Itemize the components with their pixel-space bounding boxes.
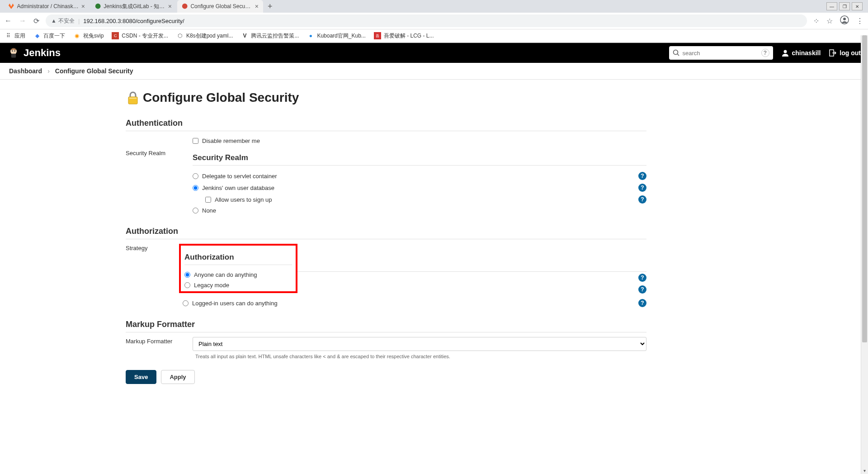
apply-button[interactable]: Apply xyxy=(161,370,194,384)
menu-icon[interactable]: ⋮ xyxy=(856,17,863,25)
svg-rect-13 xyxy=(129,98,137,99)
v-letter-icon: V xyxy=(241,32,248,39)
bookmark-item[interactable]: ◉祝兔svip xyxy=(73,32,104,40)
csdn-icon: C xyxy=(112,32,119,39)
allow-signup-checkbox[interactable] xyxy=(205,197,211,203)
scrollbar-thumb[interactable] xyxy=(862,35,867,342)
highlighted-authorization-box: Authorization Anyone can do anything Leg… xyxy=(179,244,297,293)
bookmark-item[interactable]: CCSDN - 专业开发... xyxy=(112,32,168,40)
svg-point-8 xyxy=(673,50,678,55)
authorization-section-title: Authorization xyxy=(126,227,646,239)
vertical-scrollbar[interactable]: ▴ ▾ xyxy=(861,35,868,393)
disable-remember-checkbox[interactable] xyxy=(193,138,198,144)
legacy-radio[interactable] xyxy=(184,282,190,288)
apps-button[interactable]: ⠿应用 xyxy=(5,32,25,40)
lock-icon xyxy=(126,90,140,105)
browser-tab-2[interactable]: Jenkins集成GitLab - 知乎 - osc × xyxy=(90,0,176,13)
zhihu-favicon-icon xyxy=(95,3,101,10)
jenkins-favicon-icon xyxy=(182,3,188,10)
svg-point-7 xyxy=(14,50,15,52)
markup-help-text: Treats all input as plain text. HTML uns… xyxy=(193,354,646,359)
bookmark-item[interactable]: ⬡K8s创建pod yaml... xyxy=(176,32,233,40)
bookmark-item[interactable]: ◆百度一下 xyxy=(33,32,65,40)
none-radio[interactable] xyxy=(193,208,198,213)
window-minimize-icon[interactable]: — xyxy=(826,2,837,10)
help-icon[interactable]: ? xyxy=(638,195,646,204)
address-bar[interactable]: ▲ 不安全 | 192.168.200.3:8080/configureSecu… xyxy=(46,14,807,27)
window-maximize-icon[interactable]: ❐ xyxy=(839,2,850,10)
legacy-label: Legacy mode xyxy=(194,282,229,289)
svg-point-6 xyxy=(12,50,13,52)
translate-icon[interactable]: ⁘ xyxy=(813,17,819,25)
tab-close-icon[interactable]: × xyxy=(81,3,85,10)
page-title: Configure Global Security xyxy=(126,90,646,105)
allow-signup-label: Allow users to sign up xyxy=(215,196,272,203)
jenkins-mascot-icon xyxy=(7,47,20,59)
user-menu[interactable]: chinaskill xyxy=(781,49,821,57)
breadcrumb-current[interactable]: Configure Global Security xyxy=(55,67,133,75)
jenkins-logo[interactable]: Jenkins xyxy=(7,47,61,59)
search-icon xyxy=(673,49,680,57)
reload-icon[interactable]: ⟳ xyxy=(33,17,39,25)
tab-title: Jenkins集成GitLab - 知乎 - osc xyxy=(104,3,165,10)
loggedin-radio[interactable] xyxy=(183,300,189,306)
svg-line-9 xyxy=(677,54,679,56)
search-box[interactable]: ? xyxy=(669,46,773,60)
help-icon[interactable]: ? xyxy=(638,285,646,294)
loggedin-label: Logged-in users can do anything xyxy=(192,300,278,307)
own-db-label: Jenkins' own user database xyxy=(202,185,274,191)
search-help-icon[interactable]: ? xyxy=(761,49,769,57)
pojie-icon: 吾 xyxy=(374,32,381,39)
help-icon[interactable]: ? xyxy=(638,299,646,307)
user-icon xyxy=(781,49,789,57)
help-icon[interactable]: ? xyxy=(638,274,646,282)
brand-text: Jenkins xyxy=(24,47,61,59)
k8s-icon: ⬡ xyxy=(176,32,184,39)
logout-text: log out xyxy=(840,49,861,57)
bookmark-item[interactable]: ●Kuboard官网_Kub... xyxy=(307,32,365,40)
baidu-icon: ◆ xyxy=(33,32,41,39)
tab-title: Configure Global Security [Jen xyxy=(190,3,252,9)
security-realm-label: Security Realm xyxy=(126,149,193,156)
browser-tab-bar: Administrator / ChinaskillProje × Jenkin… xyxy=(0,0,868,13)
svg-rect-5 xyxy=(11,54,16,58)
disable-remember-label: Disable remember me xyxy=(202,137,260,144)
new-tab-button[interactable]: + xyxy=(264,2,276,11)
star-bookmark-icon[interactable]: ☆ xyxy=(826,17,833,25)
authentication-section-title: Authentication xyxy=(126,118,646,131)
markup-section-title: Markup Formatter xyxy=(126,320,646,332)
apps-grid-icon: ⠿ xyxy=(5,32,12,39)
browser-tab-1[interactable]: Administrator / ChinaskillProje × xyxy=(4,0,90,13)
save-button[interactable]: Save xyxy=(126,370,156,384)
search-input[interactable] xyxy=(683,50,759,57)
breadcrumb-dashboard[interactable]: Dashboard xyxy=(9,67,42,75)
forward-icon[interactable]: → xyxy=(19,17,26,25)
bookmark-item[interactable]: 吾吾爱破解 - LCG - L... xyxy=(374,32,434,40)
bookmark-item[interactable]: V腾讯云监控告警策... xyxy=(241,32,299,40)
delegate-label: Delegate to servlet container xyxy=(202,173,277,180)
rabbit-icon: ◉ xyxy=(73,32,80,39)
back-icon[interactable]: ← xyxy=(5,17,12,25)
gitlab-favicon-icon xyxy=(8,3,14,10)
browser-tab-3-active[interactable]: Configure Global Security [Jen × xyxy=(177,0,263,13)
anyone-radio[interactable] xyxy=(184,272,190,278)
authorization-heading: Authorization xyxy=(184,253,292,265)
markup-formatter-select[interactable]: Plain text xyxy=(193,337,646,351)
window-close-icon[interactable]: ✕ xyxy=(852,2,863,10)
markup-formatter-label: Markup Formatter xyxy=(126,337,193,345)
url-text: 192.168.200.3:8080/configureSecurity/ xyxy=(83,18,184,24)
svg-point-1 xyxy=(182,4,188,9)
own-db-radio[interactable] xyxy=(193,185,198,191)
breadcrumb: Dashboard › Configure Global Security xyxy=(0,63,868,80)
logout-button[interactable]: log out xyxy=(829,49,861,57)
tab-close-icon[interactable]: × xyxy=(255,3,259,10)
kuboard-icon: ● xyxy=(307,32,314,39)
svg-point-10 xyxy=(783,50,787,53)
help-icon[interactable]: ? xyxy=(638,184,646,192)
tab-close-icon[interactable]: × xyxy=(168,3,172,10)
svg-point-3 xyxy=(843,18,846,20)
profile-icon[interactable] xyxy=(840,15,849,26)
delegate-radio[interactable] xyxy=(193,173,198,179)
help-icon[interactable]: ? xyxy=(638,172,646,180)
security-warning-icon: ▲ 不安全 xyxy=(51,17,75,25)
